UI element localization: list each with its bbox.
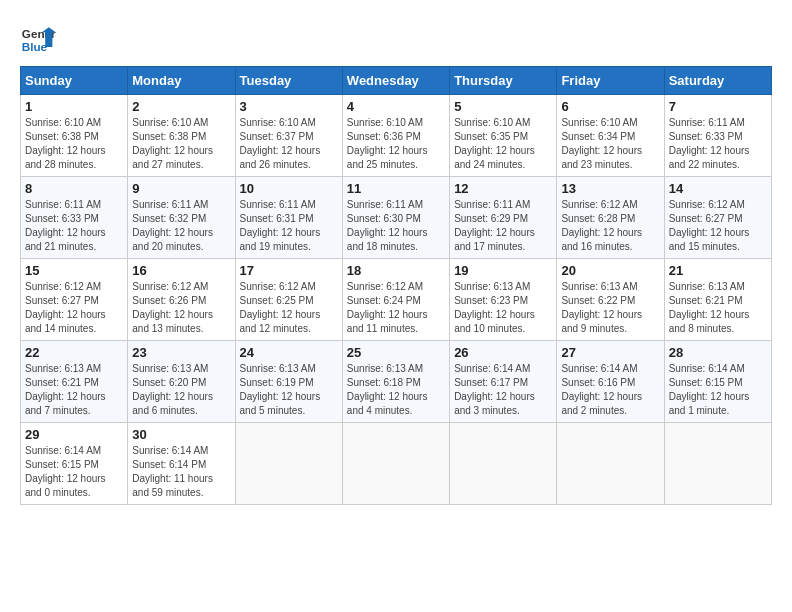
header: General Blue <box>20 20 772 56</box>
day-info: Sunrise: 6:12 AMSunset: 6:26 PMDaylight:… <box>132 281 213 334</box>
day-info: Sunrise: 6:10 AMSunset: 6:35 PMDaylight:… <box>454 117 535 170</box>
calendar-cell: 18 Sunrise: 6:12 AMSunset: 6:24 PMDaylig… <box>342 259 449 341</box>
day-number: 30 <box>132 427 230 442</box>
calendar-cell: 28 Sunrise: 6:14 AMSunset: 6:15 PMDaylig… <box>664 341 771 423</box>
day-info: Sunrise: 6:14 AMSunset: 6:15 PMDaylight:… <box>25 445 106 498</box>
calendar-cell: 5 Sunrise: 6:10 AMSunset: 6:35 PMDayligh… <box>450 95 557 177</box>
day-info: Sunrise: 6:13 AMSunset: 6:23 PMDaylight:… <box>454 281 535 334</box>
day-number: 1 <box>25 99 123 114</box>
day-info: Sunrise: 6:12 AMSunset: 6:27 PMDaylight:… <box>25 281 106 334</box>
calendar-cell: 24 Sunrise: 6:13 AMSunset: 6:19 PMDaylig… <box>235 341 342 423</box>
calendar-cell: 3 Sunrise: 6:10 AMSunset: 6:37 PMDayligh… <box>235 95 342 177</box>
calendar-week-2: 8 Sunrise: 6:11 AMSunset: 6:33 PMDayligh… <box>21 177 772 259</box>
day-number: 23 <box>132 345 230 360</box>
day-info: Sunrise: 6:10 AMSunset: 6:38 PMDaylight:… <box>25 117 106 170</box>
day-number: 21 <box>669 263 767 278</box>
day-number: 29 <box>25 427 123 442</box>
day-header-saturday: Saturday <box>664 67 771 95</box>
calendar-cell: 11 Sunrise: 6:11 AMSunset: 6:30 PMDaylig… <box>342 177 449 259</box>
day-number: 11 <box>347 181 445 196</box>
day-info: Sunrise: 6:13 AMSunset: 6:18 PMDaylight:… <box>347 363 428 416</box>
calendar-cell: 1 Sunrise: 6:10 AMSunset: 6:38 PMDayligh… <box>21 95 128 177</box>
calendar-cell: 23 Sunrise: 6:13 AMSunset: 6:20 PMDaylig… <box>128 341 235 423</box>
day-info: Sunrise: 6:13 AMSunset: 6:21 PMDaylight:… <box>25 363 106 416</box>
calendar-cell: 19 Sunrise: 6:13 AMSunset: 6:23 PMDaylig… <box>450 259 557 341</box>
calendar-cell <box>557 423 664 505</box>
logo: General Blue <box>20 20 56 56</box>
day-info: Sunrise: 6:11 AMSunset: 6:33 PMDaylight:… <box>25 199 106 252</box>
calendar-header-row: SundayMondayTuesdayWednesdayThursdayFrid… <box>21 67 772 95</box>
day-info: Sunrise: 6:11 AMSunset: 6:29 PMDaylight:… <box>454 199 535 252</box>
calendar-week-5: 29 Sunrise: 6:14 AMSunset: 6:15 PMDaylig… <box>21 423 772 505</box>
calendar-cell: 8 Sunrise: 6:11 AMSunset: 6:33 PMDayligh… <box>21 177 128 259</box>
calendar-cell: 13 Sunrise: 6:12 AMSunset: 6:28 PMDaylig… <box>557 177 664 259</box>
calendar-cell: 21 Sunrise: 6:13 AMSunset: 6:21 PMDaylig… <box>664 259 771 341</box>
day-info: Sunrise: 6:10 AMSunset: 6:38 PMDaylight:… <box>132 117 213 170</box>
day-number: 6 <box>561 99 659 114</box>
logo-icon: General Blue <box>20 20 56 56</box>
calendar-cell: 4 Sunrise: 6:10 AMSunset: 6:36 PMDayligh… <box>342 95 449 177</box>
day-number: 28 <box>669 345 767 360</box>
calendar-week-4: 22 Sunrise: 6:13 AMSunset: 6:21 PMDaylig… <box>21 341 772 423</box>
calendar-cell: 12 Sunrise: 6:11 AMSunset: 6:29 PMDaylig… <box>450 177 557 259</box>
calendar-cell: 25 Sunrise: 6:13 AMSunset: 6:18 PMDaylig… <box>342 341 449 423</box>
day-header-friday: Friday <box>557 67 664 95</box>
day-info: Sunrise: 6:13 AMSunset: 6:19 PMDaylight:… <box>240 363 321 416</box>
calendar-cell: 27 Sunrise: 6:14 AMSunset: 6:16 PMDaylig… <box>557 341 664 423</box>
calendar-cell: 26 Sunrise: 6:14 AMSunset: 6:17 PMDaylig… <box>450 341 557 423</box>
day-info: Sunrise: 6:14 AMSunset: 6:17 PMDaylight:… <box>454 363 535 416</box>
calendar-cell: 9 Sunrise: 6:11 AMSunset: 6:32 PMDayligh… <box>128 177 235 259</box>
day-header-monday: Monday <box>128 67 235 95</box>
calendar-cell: 20 Sunrise: 6:13 AMSunset: 6:22 PMDaylig… <box>557 259 664 341</box>
day-info: Sunrise: 6:10 AMSunset: 6:36 PMDaylight:… <box>347 117 428 170</box>
day-number: 5 <box>454 99 552 114</box>
day-info: Sunrise: 6:10 AMSunset: 6:37 PMDaylight:… <box>240 117 321 170</box>
calendar-cell: 7 Sunrise: 6:11 AMSunset: 6:33 PMDayligh… <box>664 95 771 177</box>
day-number: 13 <box>561 181 659 196</box>
day-number: 18 <box>347 263 445 278</box>
day-info: Sunrise: 6:13 AMSunset: 6:21 PMDaylight:… <box>669 281 750 334</box>
calendar-cell: 22 Sunrise: 6:13 AMSunset: 6:21 PMDaylig… <box>21 341 128 423</box>
day-number: 14 <box>669 181 767 196</box>
day-header-wednesday: Wednesday <box>342 67 449 95</box>
day-info: Sunrise: 6:12 AMSunset: 6:27 PMDaylight:… <box>669 199 750 252</box>
day-number: 20 <box>561 263 659 278</box>
day-number: 8 <box>25 181 123 196</box>
calendar-cell <box>342 423 449 505</box>
day-number: 27 <box>561 345 659 360</box>
calendar-cell <box>235 423 342 505</box>
day-info: Sunrise: 6:11 AMSunset: 6:32 PMDaylight:… <box>132 199 213 252</box>
calendar-cell: 16 Sunrise: 6:12 AMSunset: 6:26 PMDaylig… <box>128 259 235 341</box>
day-info: Sunrise: 6:11 AMSunset: 6:31 PMDaylight:… <box>240 199 321 252</box>
day-number: 3 <box>240 99 338 114</box>
day-info: Sunrise: 6:13 AMSunset: 6:20 PMDaylight:… <box>132 363 213 416</box>
calendar-cell <box>664 423 771 505</box>
day-number: 15 <box>25 263 123 278</box>
calendar-cell: 30 Sunrise: 6:14 AMSunset: 6:14 PMDaylig… <box>128 423 235 505</box>
day-info: Sunrise: 6:14 AMSunset: 6:15 PMDaylight:… <box>669 363 750 416</box>
day-info: Sunrise: 6:14 AMSunset: 6:14 PMDaylight:… <box>132 445 213 498</box>
day-number: 24 <box>240 345 338 360</box>
day-info: Sunrise: 6:12 AMSunset: 6:28 PMDaylight:… <box>561 199 642 252</box>
day-header-sunday: Sunday <box>21 67 128 95</box>
calendar-cell: 15 Sunrise: 6:12 AMSunset: 6:27 PMDaylig… <box>21 259 128 341</box>
day-number: 10 <box>240 181 338 196</box>
svg-text:Blue: Blue <box>22 40 48 53</box>
day-number: 12 <box>454 181 552 196</box>
day-number: 4 <box>347 99 445 114</box>
day-number: 2 <box>132 99 230 114</box>
calendar-cell <box>450 423 557 505</box>
day-header-thursday: Thursday <box>450 67 557 95</box>
day-number: 19 <box>454 263 552 278</box>
day-info: Sunrise: 6:12 AMSunset: 6:24 PMDaylight:… <box>347 281 428 334</box>
day-number: 7 <box>669 99 767 114</box>
calendar-cell: 29 Sunrise: 6:14 AMSunset: 6:15 PMDaylig… <box>21 423 128 505</box>
calendar-cell: 6 Sunrise: 6:10 AMSunset: 6:34 PMDayligh… <box>557 95 664 177</box>
calendar-table: SundayMondayTuesdayWednesdayThursdayFrid… <box>20 66 772 505</box>
day-number: 26 <box>454 345 552 360</box>
day-number: 9 <box>132 181 230 196</box>
calendar-week-1: 1 Sunrise: 6:10 AMSunset: 6:38 PMDayligh… <box>21 95 772 177</box>
calendar-cell: 14 Sunrise: 6:12 AMSunset: 6:27 PMDaylig… <box>664 177 771 259</box>
calendar-cell: 2 Sunrise: 6:10 AMSunset: 6:38 PMDayligh… <box>128 95 235 177</box>
day-number: 17 <box>240 263 338 278</box>
